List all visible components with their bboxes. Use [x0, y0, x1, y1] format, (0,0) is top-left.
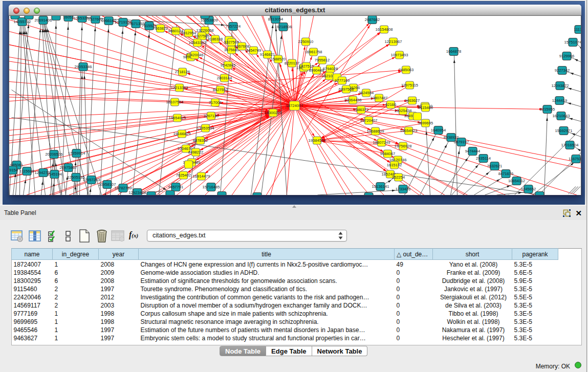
svg-text:19218506: 19218506 [275, 25, 292, 29]
svg-text:3267130: 3267130 [204, 114, 219, 118]
svg-text:8427552: 8427552 [213, 87, 228, 92]
svg-text:7485063: 7485063 [399, 68, 414, 72]
svg-text:1167533: 1167533 [569, 157, 581, 161]
svg-text:18807249: 18807249 [373, 140, 390, 145]
svg-text:19654923: 19654923 [400, 128, 418, 133]
svg-text:9146821: 9146821 [260, 52, 275, 57]
svg-text:9115460: 9115460 [418, 105, 433, 110]
svg-text:1640954: 1640954 [431, 128, 446, 133]
svg-text:252254: 252254 [392, 175, 405, 180]
svg-text:16210643: 16210643 [553, 114, 570, 118]
svg-text:16914479: 16914479 [193, 174, 210, 179]
svg-text:8454749: 8454749 [246, 48, 262, 53]
svg-text:22420046: 22420046 [186, 53, 204, 57]
svg-text:16782759: 16782759 [115, 186, 132, 190]
svg-text:19384554: 19384554 [309, 138, 326, 143]
svg-text:1733426: 1733426 [396, 187, 411, 191]
svg-text:16053: 16053 [63, 16, 74, 19]
svg-text:717006: 717006 [209, 100, 222, 105]
svg-text:20206526: 20206526 [46, 152, 63, 157]
svg-text:11175: 11175 [574, 27, 582, 32]
svg-text:7663822: 7663822 [153, 26, 168, 31]
svg-text:17016504: 17016504 [561, 143, 579, 147]
svg-text:9457791: 9457791 [168, 185, 184, 189]
svg-text:1615132: 1615132 [387, 163, 402, 167]
svg-text:19654925: 19654925 [169, 116, 186, 120]
svg-text:15716485: 15716485 [203, 185, 220, 189]
svg-text:12093872: 12093872 [552, 83, 569, 88]
svg-text:15692971: 15692971 [555, 128, 573, 133]
svg-text:19166829: 19166829 [173, 132, 191, 136]
svg-text:8938927: 8938927 [444, 135, 459, 140]
svg-text:10543382: 10543382 [189, 40, 206, 45]
svg-text:6879197: 6879197 [454, 140, 469, 144]
svg-text:10688609: 10688609 [367, 129, 384, 134]
svg-text:9227342: 9227342 [555, 68, 570, 73]
svg-text:1244419: 1244419 [552, 98, 568, 103]
svg-text:8186328: 8186328 [208, 37, 223, 41]
svg-text:6794028: 6794028 [323, 67, 338, 71]
svg-text:8498222: 8498222 [188, 150, 204, 155]
svg-text:12213383: 12213383 [171, 85, 188, 90]
svg-text:2718126: 2718126 [175, 70, 190, 74]
svg-text:9777169: 9777169 [335, 78, 350, 83]
svg-text:9699695: 9699695 [418, 121, 433, 125]
svg-text:29053346: 29053346 [75, 64, 92, 69]
svg-text:15136141: 15136141 [372, 184, 389, 189]
svg-text:9474444: 9474444 [465, 149, 481, 154]
svg-text:9245652: 9245652 [521, 187, 536, 191]
svg-text:8471676: 8471676 [498, 171, 514, 176]
svg-text:19756928: 19756928 [395, 144, 412, 148]
svg-text:12505135: 12505135 [68, 175, 85, 180]
svg-text:18300295: 18300295 [265, 111, 282, 115]
svg-text:39154: 39154 [9, 168, 18, 172]
svg-text:8813054: 8813054 [268, 17, 284, 21]
svg-text:8878352: 8878352 [193, 138, 208, 143]
svg-text:1664878: 1664878 [446, 49, 462, 54]
svg-text:12975115: 12975115 [401, 83, 418, 87]
svg-text:8215955: 8215955 [540, 107, 555, 112]
svg-text:10654112: 10654112 [508, 179, 525, 183]
svg-text:9242845: 9242845 [221, 63, 236, 68]
svg-text:14055712: 14055712 [14, 19, 31, 24]
svg-text:7386372: 7386372 [354, 107, 369, 112]
svg-text:2087682: 2087682 [365, 17, 380, 22]
svg-text:20691406: 20691406 [35, 18, 52, 23]
svg-text:17359914: 17359914 [68, 151, 85, 156]
svg-text:8220137: 8220137 [285, 61, 300, 65]
svg-text:7632621: 7632621 [487, 164, 503, 168]
svg-text:20364436: 20364436 [344, 98, 362, 102]
svg-text:16154808: 16154808 [376, 27, 393, 32]
svg-text:9463627: 9463627 [405, 98, 420, 103]
svg-text:15720407: 15720407 [360, 118, 378, 123]
svg-text:15751074: 15751074 [564, 40, 581, 45]
svg-text:7357224: 7357224 [226, 24, 241, 29]
svg-text:3624554: 3624554 [359, 91, 374, 95]
svg-text:16107554: 16107554 [166, 100, 184, 104]
svg-text:17957263: 17957263 [83, 178, 100, 182]
svg-text:18724007: 18724007 [286, 103, 303, 108]
svg-text:10958107: 10958107 [99, 182, 116, 187]
svg-text:2250910: 2250910 [298, 39, 314, 44]
svg-text:7625402: 7625402 [176, 173, 191, 178]
svg-text:10973493: 10973493 [391, 53, 408, 57]
svg-text:9129966: 9129966 [559, 54, 575, 58]
svg-text:12213967: 12213967 [385, 39, 402, 44]
svg-text:6897568: 6897568 [339, 87, 354, 92]
svg-text:16961758: 16961758 [305, 50, 322, 54]
svg-text:62160: 62160 [385, 102, 396, 107]
svg-text:7955812: 7955812 [315, 58, 330, 62]
svg-text:1145194: 1145194 [47, 172, 62, 177]
svg-text:10807487: 10807487 [371, 96, 388, 100]
svg-text:1115689: 1115689 [19, 169, 34, 173]
svg-text:9084067: 9084067 [380, 151, 396, 156]
svg-text:20975867: 20975867 [60, 165, 77, 170]
svg-text:12923468: 12923468 [129, 190, 146, 195]
svg-text:2935114: 2935114 [476, 156, 491, 161]
svg-text:8990448: 8990448 [309, 68, 324, 73]
svg-text:1588520: 1588520 [271, 57, 286, 61]
svg-text:13353594: 13353594 [197, 126, 214, 130]
svg-text:2803144: 2803144 [217, 76, 232, 80]
